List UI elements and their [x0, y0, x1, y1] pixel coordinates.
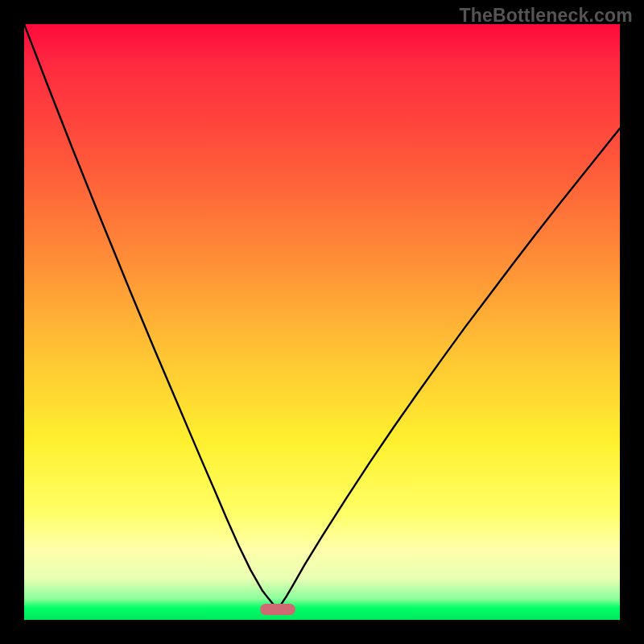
bottleneck-curve	[24, 24, 620, 620]
optimum-marker	[260, 604, 295, 615]
chart-frame: TheBottleneck.com	[0, 0, 644, 644]
curve-path	[24, 24, 620, 609]
plot-area	[24, 24, 620, 620]
watermark-text: TheBottleneck.com	[459, 5, 633, 27]
